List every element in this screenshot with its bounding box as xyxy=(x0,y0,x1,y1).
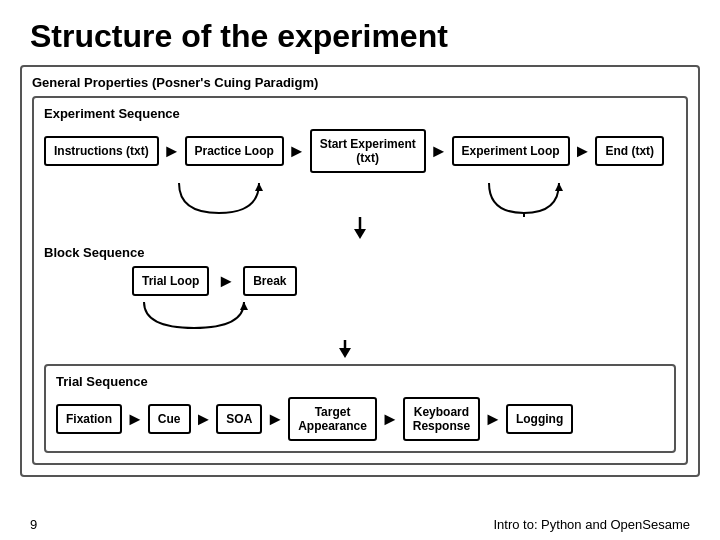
experiment-sequence-label: Experiment Sequence xyxy=(44,106,676,121)
arrow-cue-soa: ► xyxy=(195,409,213,430)
block-fixation: Fixation xyxy=(56,404,122,434)
arrow-3: ► xyxy=(430,141,448,162)
svg-marker-0 xyxy=(255,183,263,191)
trial-loop-curve xyxy=(124,300,676,336)
experiment-sequence-row: Instructions (txt) ► Practice Loop ► Sta… xyxy=(44,129,676,173)
arrow-fix-cue: ► xyxy=(126,409,144,430)
arrow-target-kb: ► xyxy=(381,409,399,430)
svg-marker-1 xyxy=(555,183,563,191)
arrow-tl-break: ► xyxy=(217,271,235,292)
exp-arrows-svg xyxy=(44,179,676,217)
footer-number: 9 xyxy=(30,517,37,532)
block-logging: Logging xyxy=(506,404,573,434)
down-arrow-to-trial xyxy=(14,340,676,362)
block-sequence-area: Block Sequence Trial Loop ► Break xyxy=(44,245,676,336)
trial-sequence-box: Trial Sequence Fixation ► Cue ► SOA ► Ta… xyxy=(44,364,676,453)
block-target-appearance: TargetAppearance xyxy=(288,397,377,441)
block-end: End (txt) xyxy=(595,136,664,166)
trial-sequence-label: Trial Sequence xyxy=(56,374,664,389)
block-experiment-loop: Experiment Loop xyxy=(452,136,570,166)
arrow-1: ► xyxy=(163,141,181,162)
outer-box: General Properties (Posner's Cuing Parad… xyxy=(20,65,700,477)
outer-label: General Properties (Posner's Cuing Parad… xyxy=(32,75,688,90)
experiment-sequence-box: Experiment Sequence Instructions (txt) ►… xyxy=(32,96,688,465)
block-cue: Cue xyxy=(148,404,191,434)
block-instructions: Instructions (txt) xyxy=(44,136,159,166)
exp-curve-arrows xyxy=(44,179,676,217)
block-start-experiment: Start Experiment(txt) xyxy=(310,129,426,173)
block-sequence-label: Block Sequence xyxy=(44,245,676,260)
block-break: Break xyxy=(243,266,296,296)
arrow-soa-target: ► xyxy=(266,409,284,430)
svg-marker-5 xyxy=(240,302,248,310)
down-arrow-to-block xyxy=(44,217,676,243)
arrow-4: ► xyxy=(574,141,592,162)
block-trial-loop: Trial Loop xyxy=(132,266,209,296)
arrow-2: ► xyxy=(288,141,306,162)
svg-marker-4 xyxy=(354,229,366,239)
block-sequence-row: Trial Loop ► Break xyxy=(64,266,676,296)
block-practice-loop: Practice Loop xyxy=(185,136,284,166)
svg-marker-7 xyxy=(339,348,351,358)
footer-text: Intro to: Python and OpenSesame xyxy=(493,517,690,532)
block-soa: SOA xyxy=(216,404,262,434)
footer: 9 Intro to: Python and OpenSesame xyxy=(0,517,720,532)
page-title: Structure of the experiment xyxy=(0,0,720,65)
arrow-kb-log: ► xyxy=(484,409,502,430)
trial-sequence-row: Fixation ► Cue ► SOA ► TargetAppearance … xyxy=(56,397,664,441)
block-keyboard-response: KeyboardResponse xyxy=(403,397,480,441)
